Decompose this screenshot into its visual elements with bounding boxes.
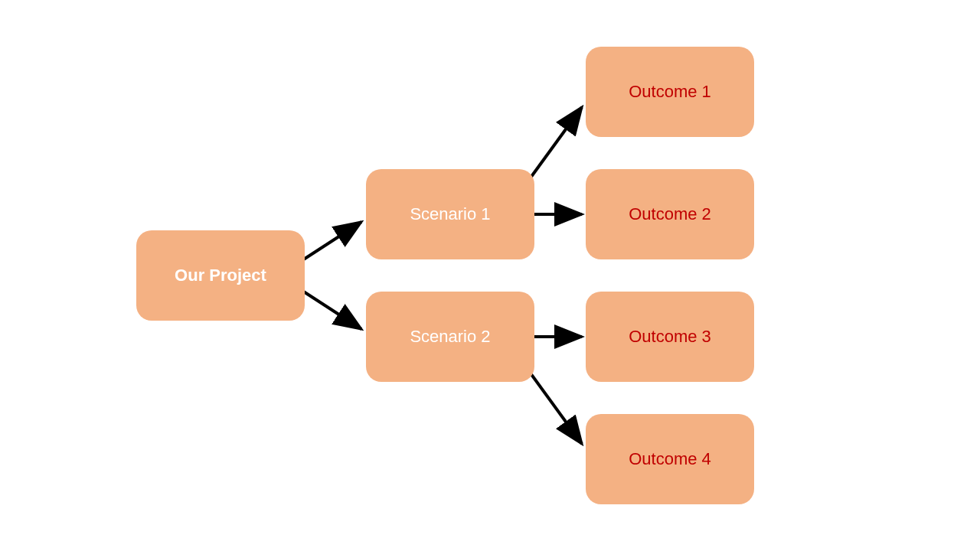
scenario-1-label: Scenario 1 [410, 204, 490, 224]
outcome-node-2: Outcome 2 [586, 169, 754, 259]
outcome-node-3: Outcome 3 [586, 292, 754, 382]
root-label: Our Project [175, 266, 266, 285]
outcome-1-label: Outcome 1 [629, 82, 711, 102]
arrow-root-to-scenario1 [302, 222, 361, 260]
arrow-root-to-scenario2 [302, 291, 361, 329]
outcome-node-4: Outcome 4 [586, 414, 754, 504]
root-node: Our Project [136, 230, 305, 321]
scenario-2-label: Scenario 2 [410, 327, 490, 347]
scenario-node-2: Scenario 2 [366, 292, 534, 382]
scenario-node-1: Scenario 1 [366, 169, 534, 259]
outcome-4-label: Outcome 4 [629, 449, 711, 469]
outcome-2-label: Outcome 2 [629, 204, 711, 224]
outcome-3-label: Outcome 3 [629, 327, 711, 347]
outcome-node-1: Outcome 1 [586, 47, 754, 137]
